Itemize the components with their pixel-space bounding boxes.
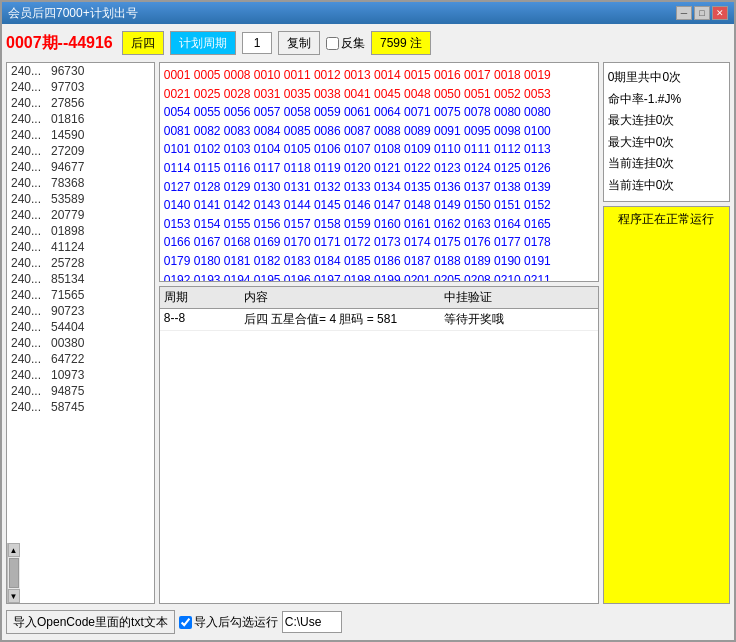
list-item-left: 240... [11,320,51,334]
col-header-verify: 中挂验证 [444,289,594,306]
right-panel: 0期里共中0次 命中率-1.#J% 最大连挂0次 最大连中0次 当前连挂0次 当… [603,62,730,604]
number-row: 0001 0005 0008 0010 0011 0012 0013 0014 … [164,66,594,85]
list-item[interactable]: 240...10973 [7,367,154,383]
minimize-button[interactable]: ─ [676,6,692,20]
number-row: 0081 0082 0083 0084 0085 0086 0087 0088 … [164,122,594,141]
list-item[interactable]: 240...94677 [7,159,154,175]
list-item-left: 240... [11,368,51,382]
list-item-left: 240... [11,336,51,350]
list-item[interactable]: 240...85134 [7,271,154,287]
table-area: 周期 内容 中挂验证 8--8 后四 五星合值= 4 胆码 = 581 等待开奖… [159,286,599,604]
list-item-left: 240... [11,304,51,318]
stats-line-4: 最大连中0次 [608,132,725,154]
stats-line-5: 当前连挂0次 [608,153,725,175]
list-item-right: 90723 [51,304,84,318]
list-item-right: 53589 [51,192,84,206]
list-item[interactable]: 240...54404 [7,319,154,335]
toolbar: 0007期--44916 后四 计划周期 复制 反集 7599 注 [6,28,730,58]
cell-period: 8--8 [164,311,244,328]
number-row: 0166 0167 0168 0169 0170 0171 0172 0173 … [164,233,594,252]
list-item-left: 240... [11,144,51,158]
list-item-right: 71565 [51,288,84,302]
list-item[interactable]: 240...00380 [7,335,154,351]
maximize-button[interactable]: □ [694,6,710,20]
number-row: 0140 0141 0142 0143 0144 0145 0146 0147 … [164,196,594,215]
list-area: 240...96730240...97703240...27856240...0… [7,63,154,543]
content-area: 0007期--44916 后四 计划周期 复制 反集 7599 注 240...… [2,24,734,640]
scroll-up-button[interactable]: ▲ [8,543,20,557]
list-item[interactable]: 240...27209 [7,143,154,159]
list-item[interactable]: 240...64722 [7,351,154,367]
list-item[interactable]: 240...27856 [7,95,154,111]
list-item-right: 00380 [51,336,84,350]
list-item-right: 94875 [51,384,84,398]
houqi-button[interactable]: 后四 [122,31,164,55]
list-item[interactable]: 240...97703 [7,79,154,95]
zhou-input[interactable] [242,32,272,54]
list-item[interactable]: 240...71565 [7,287,154,303]
path-input[interactable] [282,611,342,633]
number-row: 0153 0154 0155 0156 0157 0158 0159 0160 … [164,215,594,234]
number-row: 0114 0115 0116 0117 0118 0119 0120 0121 … [164,159,594,178]
copy-button[interactable]: 复制 [278,31,320,55]
list-item-right: 97703 [51,80,84,94]
btn-7599[interactable]: 7599 注 [371,31,431,55]
scroll-down-button[interactable]: ▼ [8,589,20,603]
fan-ji-checkbox[interactable] [326,37,339,50]
list-item[interactable]: 240...14590 [7,127,154,143]
list-item-right: 14590 [51,128,84,142]
list-item-left: 240... [11,112,51,126]
list-item[interactable]: 240...90723 [7,303,154,319]
stats-line-1: 0期里共中0次 [608,67,725,89]
number-row: 0101 0102 0103 0104 0105 0106 0107 0108 … [164,140,594,159]
cell-content: 后四 五星合值= 4 胆码 = 581 [244,311,444,328]
list-item-right: 85134 [51,272,84,286]
import-checkbox-label: 导入后勾选运行 [194,614,278,631]
list-item-left: 240... [11,128,51,142]
scrollbar[interactable]: ▲ ▼ [7,543,19,603]
list-item[interactable]: 240...25728 [7,255,154,271]
list-item[interactable]: 240...01816 [7,111,154,127]
period-label: 0007期--44916 [6,33,116,54]
table-row: 8--8 后四 五星合值= 4 胆码 = 581 等待开奖哦 [160,309,598,331]
status-text: 程序正在正常运行 [618,211,714,228]
list-item-left: 240... [11,240,51,254]
import-button[interactable]: 导入OpenCode里面的txt文本 [6,610,175,634]
list-item[interactable]: 240...53589 [7,191,154,207]
scroll-thumb[interactable] [9,558,19,588]
number-row: 0179 0180 0181 0182 0183 0184 0185 0186 … [164,252,594,271]
stats-line-3: 最大连挂0次 [608,110,725,132]
import-checkbox[interactable] [179,616,192,629]
window-controls: ─ □ ✕ [676,6,728,20]
status-box: 程序正在正常运行 [603,206,730,604]
list-item-right: 01898 [51,224,84,238]
close-button[interactable]: ✕ [712,6,728,20]
list-item-right: 20779 [51,208,84,222]
list-item[interactable]: 240...58745 [7,399,154,415]
table-rows: 8--8 后四 五星合值= 4 胆码 = 581 等待开奖哦 [160,309,598,331]
stats-line-2: 命中率-1.#J% [608,89,725,111]
list-item-right: 25728 [51,256,84,270]
list-item-left: 240... [11,192,51,206]
numbers-box: 0001 0005 0008 0010 0011 0012 0013 0014 … [159,62,599,282]
list-item-right: 78368 [51,176,84,190]
col-header-period: 周期 [164,289,244,306]
list-item[interactable]: 240...96730 [7,63,154,79]
window-title: 会员后四7000+计划出号 [8,5,138,22]
list-item-right: 10973 [51,368,84,382]
list-item[interactable]: 240...94875 [7,383,154,399]
list-item[interactable]: 240...78368 [7,175,154,191]
list-item[interactable]: 240...41124 [7,239,154,255]
list-item[interactable]: 240...01898 [7,223,154,239]
list-item-right: 58745 [51,400,84,414]
list-item[interactable]: 240...20779 [7,207,154,223]
list-item-left: 240... [11,400,51,414]
stats-line-6: 当前连中0次 [608,175,725,197]
number-row: 0127 0128 0129 0130 0131 0132 0133 0134 … [164,178,594,197]
list-item-left: 240... [11,64,51,78]
list-item-left: 240... [11,256,51,270]
list-item-left: 240... [11,288,51,302]
jihua-button[interactable]: 计划周期 [170,31,236,55]
list-item-right: 27209 [51,144,84,158]
list-item-right: 64722 [51,352,84,366]
